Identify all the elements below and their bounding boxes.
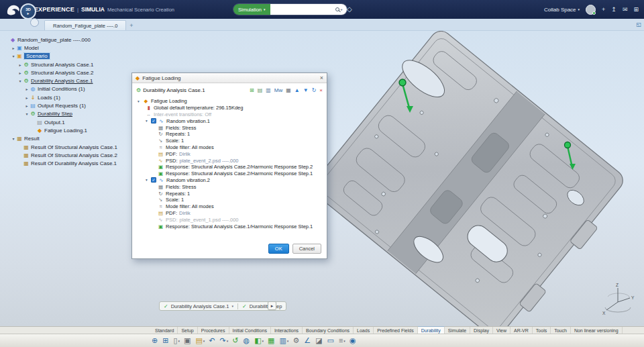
dialog-row[interactable]: ▾ ✓ ∿ Random vibration.1 (136, 117, 323, 124)
toolbar-icon[interactable]: ◪ (315, 337, 323, 344)
tree-item[interactable]: ▾ ⚙ Durability Analysis Case.1 (4, 77, 117, 85)
dialog-tool-icon[interactable]: ▼ (303, 88, 309, 93)
pill-expand-button[interactable]: ▸ (268, 301, 276, 310)
dialog-tool-icon[interactable]: ▤ (258, 88, 263, 93)
tree-item-label[interactable]: Result Of Structural Analysis Case.2 (31, 152, 117, 158)
toolbar-icon[interactable]: ⚙ (292, 337, 300, 344)
topbar-action-icon[interactable]: ↥ (611, 6, 616, 13)
toolbar-icon[interactable]: ◍ (244, 337, 251, 344)
ribbon-tab[interactable]: Tools (533, 327, 551, 334)
dialog-tool-icon[interactable]: ▲ (294, 88, 300, 93)
dialog-row[interactable]: ✓ ↻ Repeats: 1 (136, 131, 323, 138)
dialog-tool-icon[interactable]: ▦ (286, 88, 291, 93)
expander-icon[interactable]: ▾ (11, 54, 16, 58)
chevron-down-icon[interactable]: ▾ (231, 304, 233, 308)
tree-item[interactable]: ▦ Result Of Structural Analysis Case.2 (4, 151, 117, 159)
dialog-tool-icon[interactable]: Mw (274, 88, 282, 93)
tree-item-label[interactable]: Initial Conditions (1) (38, 86, 85, 92)
new-tab-button[interactable]: + (126, 22, 136, 30)
tree-item-label[interactable]: Loads (1) (38, 95, 60, 101)
tree-item[interactable]: ◆ Fatigue Loading.1 (4, 126, 117, 134)
tree-item[interactable]: ▸ ⇓ Loads (1) (4, 93, 117, 101)
dialog-row[interactable]: ✓ ≈ Mode filter: All modes (136, 144, 323, 151)
collab-space-dropdown[interactable]: Collab Space ▾ (544, 7, 580, 13)
ribbon-tab[interactable]: Predefined Fields (374, 327, 417, 334)
toolbar-icon[interactable]: ↶ (209, 337, 215, 344)
topbar-action-icon[interactable]: + (602, 6, 605, 13)
toolbar-icon[interactable]: ▯ ▾ (173, 337, 180, 344)
tree-item-label[interactable]: Durability Step (38, 111, 72, 117)
toolbar-icon[interactable]: ▥ ▾ (279, 337, 288, 344)
tree-item-label[interactable]: Fatigue Loading.1 (44, 128, 87, 134)
checkbox[interactable]: ✓ (151, 177, 156, 183)
dialog-row[interactable]: ✓ ▮ Global default temperature: 296.15Kd… (136, 105, 323, 111)
tree-item-label[interactable]: Structural Analysis Case.2 (31, 70, 93, 76)
tree-item[interactable]: ▾ ▣ Scenario (4, 52, 117, 60)
expander-icon[interactable]: ▾ (138, 99, 143, 103)
expander-icon[interactable]: ▸ (24, 103, 30, 108)
ribbon-tab[interactable]: View (493, 327, 511, 334)
dialog-row[interactable]: ✓ ▦ Fields: Stress (136, 183, 323, 190)
toolbar-icon[interactable]: ↷ ▾ (220, 337, 229, 344)
dialog-row[interactable]: ✓ ≈ Mode filter: All modes (136, 203, 323, 210)
tree-item[interactable]: ▸ ⚙ Structural Analysis Case.1 (4, 60, 117, 68)
tree-item[interactable]: ▾ ⚙ Durability Step (4, 110, 117, 118)
dialog-row[interactable]: ✓ ▣ Response: Structural Analysis Case.2… (136, 164, 323, 170)
toolbar-icon[interactable]: ⊕ (152, 337, 158, 344)
expand-viewport-icon[interactable]: ◱ (636, 21, 641, 28)
dialog-row[interactable]: ✓ ▣ Response: Structural Analysis Case.2… (136, 170, 323, 177)
ribbon-tab[interactable]: Boundary Conditions (303, 327, 354, 334)
toolbar-icon[interactable]: ▭ (327, 337, 335, 344)
expander-icon[interactable]: ▾ (11, 136, 16, 141)
tree-item[interactable]: ▤ Output.1 (4, 118, 117, 126)
active-case-label[interactable]: Durability Analysis Case.1 (171, 303, 229, 309)
topbar-action-icon[interactable]: ⊞ (633, 6, 639, 13)
dialog-row[interactable]: ✓ ▦ Fields: Stress (136, 124, 323, 131)
dialog-tool-icon[interactable]: ⊞ (250, 88, 254, 93)
toolbar-icon[interactable]: ◧ ▾ (254, 337, 264, 344)
dialog-row[interactable]: ✓ ↔ Inter-event transitions: Off (136, 111, 323, 118)
tree-item-label[interactable]: Random_fatigue_plate ----.000 (17, 37, 91, 43)
ribbon-tab[interactable]: Setup (178, 327, 197, 334)
tree-item[interactable]: ▾ ▦ Result (4, 135, 117, 143)
tree-item-label[interactable]: Model (24, 45, 39, 51)
expander-icon[interactable]: ▾ (17, 79, 23, 83)
expander-icon[interactable]: ▾ (146, 119, 151, 123)
dialog-titlebar[interactable]: ◆ Fatigue Loading × (132, 73, 327, 83)
ribbon-tab[interactable]: Non linear versioning (571, 327, 623, 334)
tree-item-label[interactable]: Result Of Structural Analysis Case.1 (31, 144, 117, 150)
dialog-tool-icon[interactable]: ↻ (312, 88, 317, 93)
ribbon-tab[interactable]: Touch (551, 327, 571, 334)
dialog-row[interactable]: ✓ ▤ PDF: Dirlik (136, 150, 323, 157)
ribbon-tab[interactable]: Standard (152, 327, 178, 334)
dialog-row[interactable]: ✓ ↻ Repeats: 1 (136, 190, 323, 197)
ribbon-tab[interactable]: Initial Conditions (229, 327, 271, 334)
expander-icon[interactable]: ▾ (24, 111, 30, 116)
user-badge[interactable] (30, 18, 39, 27)
active-step-label[interactable]: Durability Step (250, 303, 282, 309)
dialog-row[interactable]: ▾ ✓ ◆ Fatigue Loading (136, 98, 323, 105)
tree-item-label[interactable]: Output.1 (44, 119, 65, 126)
tree-item-label[interactable]: Output Requests (1) (38, 103, 86, 109)
expander-icon[interactable]: ▾ (146, 178, 151, 182)
toolbar-icon[interactable]: ≡ ▾ (339, 337, 345, 344)
3d-viewport[interactable]: ◆ Random_fatigue_plate ----.000 ▸ ▣ Mode… (0, 31, 644, 326)
dialog-row[interactable]: ✓ ↘ Scale: 1 (136, 138, 323, 144)
dialog-tool-icon[interactable]: ▥ (266, 88, 271, 93)
ribbon-tab[interactable]: Interactions (271, 327, 303, 334)
ribbon-tab[interactable]: Durability (418, 326, 445, 334)
expander-icon[interactable]: ▸ (17, 70, 23, 75)
toolbar-icon[interactable]: ↺ (232, 337, 239, 344)
ribbon-tab[interactable]: Display (470, 327, 493, 334)
dialog-row[interactable]: ✓ ∿ PSD: plate_event_1.psd ----.000 (136, 216, 323, 223)
tag-icon[interactable]: ◇ (347, 5, 352, 13)
ribbon-tab[interactable]: Loads (354, 327, 374, 334)
tree-item[interactable]: ▦ Result Of Durability Analysis Case.1 (4, 159, 117, 167)
tree-item[interactable]: ▦ Result Of Structural Analysis Case.1 (4, 143, 117, 151)
ribbon-tab[interactable]: Procedures (198, 327, 229, 334)
user-avatar[interactable] (586, 5, 596, 15)
tree-item-label[interactable]: Result Of Durability Analysis Case.1 (31, 160, 117, 166)
toolbar-icon[interactable]: ◉ (350, 337, 357, 344)
checkbox[interactable]: ✓ (151, 118, 156, 123)
ribbon-tab[interactable]: Simulate (445, 327, 470, 334)
